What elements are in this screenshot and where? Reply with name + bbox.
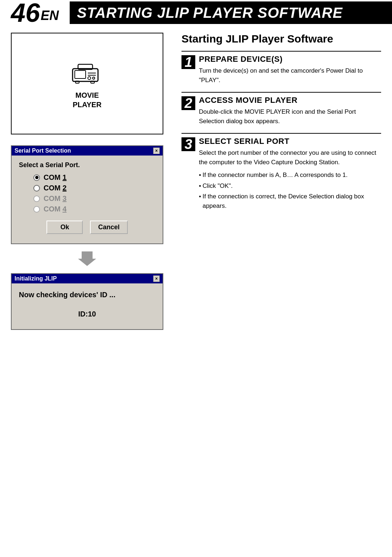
radio-circle-com1 bbox=[33, 174, 40, 181]
step-3-bullet-3: • If the connection is correct, the Devi… bbox=[199, 192, 381, 210]
left-column: MOVIE PLAYER Serial Port Selection × Sel… bbox=[11, 33, 171, 330]
arrow-container bbox=[11, 251, 163, 266]
main-content: MOVIE PLAYER Serial Port Selection × Sel… bbox=[0, 25, 392, 337]
step-2-content: Access Movie Player Double-click the MOV… bbox=[199, 96, 381, 126]
init-dialog-title: Initializing JLIP bbox=[15, 275, 57, 282]
page-header: 46 EN STARTING JLIP PLAYER SOFTWARE bbox=[0, 0, 392, 25]
init-dialog-id: ID:10 bbox=[19, 310, 155, 322]
step-1-number: 1 bbox=[181, 55, 195, 69]
radio-circle-com3 bbox=[33, 195, 40, 202]
movie-player-box: MOVIE PLAYER bbox=[11, 33, 163, 134]
step-2-heading: Access Movie Player bbox=[199, 96, 381, 105]
dialog-close-button[interactable]: × bbox=[153, 148, 160, 154]
page-title: STARTING JLIP PLAYER SOFTWARE bbox=[77, 5, 343, 21]
dialog-content: Select a Serial Port. COM 1 COM 2 bbox=[12, 156, 163, 243]
step-3-number: 3 bbox=[181, 137, 195, 151]
svg-rect-7 bbox=[75, 81, 79, 83]
svg-rect-1 bbox=[75, 70, 86, 78]
step-2-text: Double-click the MOVIE PLAYER icon and t… bbox=[199, 107, 381, 126]
ok-button[interactable]: Ok bbox=[46, 221, 83, 234]
dialog-select-label: Select a Serial Port. bbox=[19, 161, 155, 169]
step-1-heading: Prepare Device(s) bbox=[199, 55, 381, 64]
dialog-title: Serial Port Selection bbox=[15, 148, 71, 154]
page-number: 46 bbox=[11, 0, 40, 26]
svg-point-4 bbox=[88, 77, 91, 80]
page-suffix: EN bbox=[41, 8, 59, 23]
init-dialog-close-button[interactable]: × bbox=[153, 275, 160, 282]
radio-com2[interactable]: COM 2 bbox=[33, 184, 155, 192]
step-3: 3 Select Serial Port Select the port num… bbox=[181, 133, 381, 212]
step-3-heading: Select Serial Port bbox=[199, 137, 381, 146]
radio-com3[interactable]: COM 3 bbox=[33, 194, 155, 203]
radio-circle-com2 bbox=[33, 185, 40, 191]
section-title: Starting JLIP Player Software bbox=[181, 33, 381, 45]
init-dialog: Initializing JLIP × Now checking devices… bbox=[11, 273, 163, 330]
init-dialog-message: Now checking devices' ID ... bbox=[19, 291, 155, 299]
svg-point-5 bbox=[93, 77, 95, 79]
step-3-content: Select Serial Port Select the port numbe… bbox=[199, 137, 381, 212]
dialog-titlebar: Serial Port Selection × bbox=[12, 146, 163, 156]
right-column: Starting JLIP Player Software 1 Prepare … bbox=[181, 33, 381, 330]
down-arrow-icon bbox=[78, 251, 96, 266]
radio-circle-com4 bbox=[33, 206, 40, 213]
dialog-buttons: Ok Cancel bbox=[19, 221, 155, 238]
step-3-text: Select the port number of the connector … bbox=[199, 148, 381, 167]
movie-player-label: MOVIE PLAYER bbox=[73, 90, 101, 109]
step-2: 2 Access Movie Player Double-click the M… bbox=[181, 92, 381, 126]
init-dialog-content: Now checking devices' ID ... ID:10 bbox=[12, 283, 163, 329]
step-3-bullet-1: • If the connector number is A, B… A cor… bbox=[199, 170, 381, 180]
init-dialog-titlebar: Initializing JLIP × bbox=[12, 274, 163, 283]
step-1: 1 Prepare Device(s) Turn the device(s) o… bbox=[181, 51, 381, 85]
step-2-number: 2 bbox=[181, 96, 195, 110]
step-1-text: Turn the device(s) on and set the camcor… bbox=[199, 66, 381, 85]
radio-com4[interactable]: COM 4 bbox=[33, 205, 155, 213]
header-title-bar: STARTING JLIP PLAYER SOFTWARE bbox=[70, 1, 392, 24]
cancel-button[interactable]: Cancel bbox=[90, 221, 127, 234]
svg-rect-8 bbox=[91, 81, 94, 83]
radio-group: COM 1 COM 2 COM 3 COM 4 bbox=[19, 173, 155, 213]
radio-com1[interactable]: COM 1 bbox=[33, 173, 155, 182]
step-1-content: Prepare Device(s) Turn the device(s) on … bbox=[199, 55, 381, 85]
movie-player-icon bbox=[69, 58, 105, 87]
serial-port-dialog: Serial Port Selection × Select a Serial … bbox=[11, 145, 163, 244]
step-3-bullet-2: • Click "OK". bbox=[199, 181, 381, 191]
